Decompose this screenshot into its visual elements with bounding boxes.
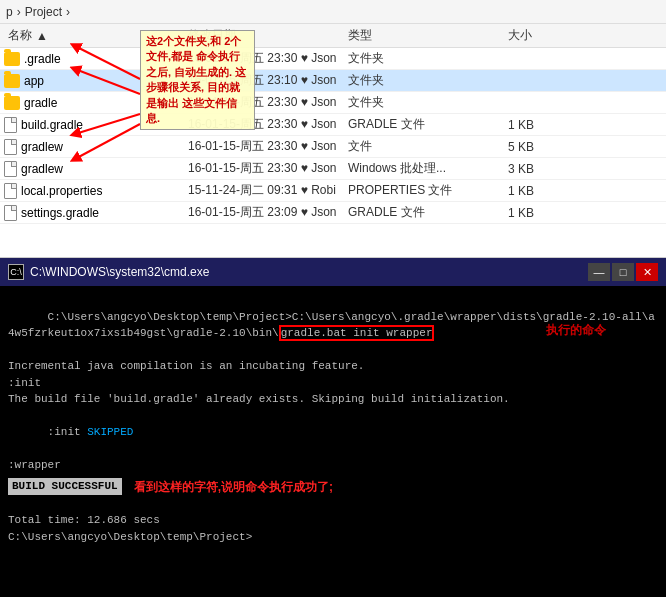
file-name: gradlew (4, 139, 184, 155)
table-row[interactable]: local.properties 15-11-24-周二 09:31 ♥ Rob… (0, 180, 666, 202)
table-row[interactable]: settings.gradle 16-01-15-周五 23:09 ♥ Json… (0, 202, 666, 224)
minimize-button[interactable]: — (588, 263, 610, 281)
file-icon (4, 139, 17, 155)
close-button[interactable]: ✕ (636, 263, 658, 281)
file-size: 3 KB (504, 162, 564, 176)
file-size: 1 KB (504, 118, 564, 132)
folder-icon (4, 96, 20, 110)
file-type: GRADLE 文件 (344, 116, 504, 133)
cmd-line-6: :wrapper (8, 457, 658, 474)
breadcrumb: p › Project › (0, 0, 666, 24)
col-type[interactable]: 类型 (344, 27, 504, 44)
file-modified: 16-01-15-周五 23:30 ♥ Json (184, 160, 344, 177)
table-row[interactable]: build.gradle 16-01-15-周五 23:30 ♥ Json GR… (0, 114, 666, 136)
cmd-content: C:\Users\angcyo\Desktop\temp\Project>C:\… (0, 286, 666, 597)
file-type: PROPERTIES 文件 (344, 182, 504, 199)
folder-icon (4, 74, 20, 88)
annotation-text: 这2个文件夹,和 2个文件,都是 命令执行之后, 自动生成的. 这步骤很关系, … (140, 30, 255, 130)
cmd-line-8 (8, 496, 658, 513)
cmd-controls: — □ ✕ (588, 263, 658, 281)
cmd-highlight-command: gradle.bat init wrapper (279, 325, 435, 341)
file-table-header: 名称 ▲ 修改日期 类型 大小 (0, 24, 666, 48)
file-size: 1 KB (504, 184, 564, 198)
cmd-icon: C:\ (8, 264, 24, 280)
table-row[interactable]: gradlew 16-01-15-周五 23:30 ♥ Json 文件 5 KB (0, 136, 666, 158)
cmd-titlebar: C:\ C:\WINDOWS\system32\cmd.exe — □ ✕ (0, 258, 666, 286)
cmd-exec-annotation: 执行的命令 (546, 321, 606, 339)
file-size: 5 KB (504, 140, 564, 154)
col-size[interactable]: 大小 (504, 27, 564, 44)
success-annotation: 看到这样的字符,说明命令执行成功了; (134, 478, 333, 496)
cmd-line-4: The build file 'build.gradle' already ex… (8, 391, 658, 408)
cmd-title-text: C:\WINDOWS\system32\cmd.exe (30, 265, 582, 279)
file-type: 文件夹 (344, 50, 504, 67)
build-success-row: BUILD SUCCESSFUL 看到这样的字符,说明命令执行成功了; (8, 478, 658, 496)
file-icon (4, 117, 17, 133)
cmd-line-10: C:\Users\angcyo\Desktop\temp\Project> (8, 529, 658, 546)
table-row[interactable]: .gradle 16-01-15-周五 23:30 ♥ Json 文件夹 (0, 48, 666, 70)
table-row[interactable]: gradlew 16-01-15-周五 23:30 ♥ Json Windows… (0, 158, 666, 180)
file-icon (4, 183, 17, 199)
build-success-text: BUILD SUCCESSFUL (8, 478, 122, 495)
file-name: settings.gradle (4, 205, 184, 221)
file-type: Windows 批处理... (344, 160, 504, 177)
file-icon (4, 161, 17, 177)
file-rows: .gradle 16-01-15-周五 23:30 ♥ Json 文件夹 app… (0, 48, 666, 224)
table-row[interactable]: gradle 16-01-15-周五 23:30 ♥ Json 文件夹 (0, 92, 666, 114)
breadcrumb-part: Project (25, 5, 62, 19)
file-type: GRADLE 文件 (344, 204, 504, 221)
file-type: 文件夹 (344, 94, 504, 111)
cmd-line-2: Incremental java compilation is an incub… (8, 358, 658, 375)
cmd-line-5: :init SKIPPED (8, 408, 658, 458)
file-size: 1 KB (504, 206, 564, 220)
file-type: 文件 (344, 138, 504, 155)
file-type: 文件夹 (344, 72, 504, 89)
file-name: gradlew (4, 161, 184, 177)
maximize-button[interactable]: □ (612, 263, 634, 281)
skipped-label: SKIPPED (87, 426, 133, 438)
file-modified: 15-11-24-周二 09:31 ♥ Robi (184, 182, 344, 199)
file-explorer: p › Project › 名称 ▲ 修改日期 类型 大小 .gradle 16… (0, 0, 666, 258)
file-name: local.properties (4, 183, 184, 199)
folder-icon (4, 52, 20, 66)
file-modified: 16-01-15-周五 23:30 ♥ Json (184, 138, 344, 155)
breadcrumb-part: p (6, 5, 13, 19)
cmd-window: C:\ C:\WINDOWS\system32\cmd.exe — □ ✕ C:… (0, 258, 666, 597)
cmd-line-9: Total time: 12.686 secs (8, 512, 658, 529)
table-row[interactable]: app 16-01-15-周五 23:10 ♥ Json 文件夹 (0, 70, 666, 92)
file-modified: 16-01-15-周五 23:09 ♥ Json (184, 204, 344, 221)
file-icon (4, 205, 17, 221)
cmd-line-3: :init (8, 375, 658, 392)
